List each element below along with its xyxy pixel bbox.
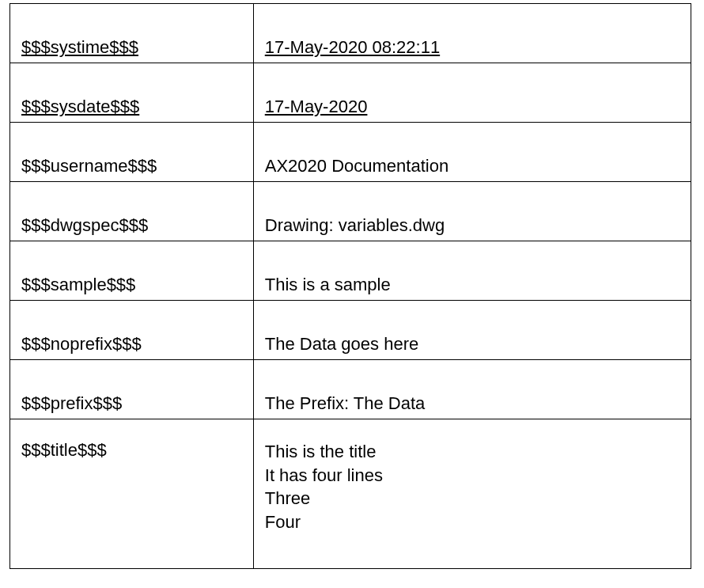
title-line: Four <box>265 510 679 534</box>
table-row: $$$username$$$ AX2020 Documentation <box>10 123 691 182</box>
title-line: Three <box>265 487 679 510</box>
table-row: $$$noprefix$$$ The Data goes here <box>10 301 691 360</box>
var-label: $$$prefix$$$ <box>21 393 242 414</box>
var-label: $$$sample$$$ <box>21 275 242 295</box>
var-value: The Data goes here <box>265 334 679 355</box>
table-row: $$$sample$$$ This is a sample <box>10 241 691 301</box>
var-label: $$$noprefix$$$ <box>21 334 242 355</box>
table-row-title: $$$title$$$ This is the title It has fou… <box>10 419 691 569</box>
var-label: $$$systime$$$ <box>21 37 242 58</box>
variables-table: $$$systime$$$ 17-May-2020 08:22:11 $$$sy… <box>9 3 691 569</box>
title-lines: This is the title It has four lines Thre… <box>265 440 679 534</box>
var-value: The Prefix: The Data <box>265 393 679 414</box>
var-value: 17-May-2020 <box>265 97 679 117</box>
var-label: $$$dwgspec$$$ <box>21 215 242 236</box>
var-label: $$$sysdate$$$ <box>21 97 242 117</box>
var-value: Drawing: variables.dwg <box>265 215 679 236</box>
table-row: $$$dwgspec$$$ Drawing: variables.dwg <box>10 182 691 241</box>
table-row: $$$prefix$$$ The Prefix: The Data <box>10 360 691 419</box>
table-row: $$$systime$$$ 17-May-2020 08:22:11 <box>10 4 691 63</box>
var-value: 17-May-2020 08:22:11 <box>265 37 679 58</box>
var-value: This is a sample <box>265 275 679 295</box>
table-row: $$$sysdate$$$ 17-May-2020 <box>10 63 691 123</box>
var-label: $$$title$$$ <box>21 440 242 461</box>
var-value: AX2020 Documentation <box>265 156 679 176</box>
title-line: It has four lines <box>265 464 679 487</box>
title-line: This is the title <box>265 440 679 464</box>
var-label: $$$username$$$ <box>21 156 242 176</box>
